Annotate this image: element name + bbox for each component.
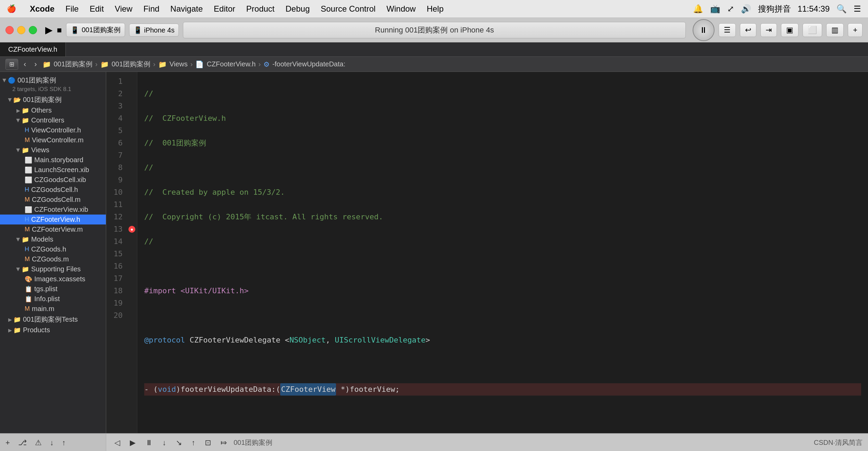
sidebar-item-czgoods-m[interactable]: M CZGoods.m	[0, 254, 106, 264]
sidebar-item-main-group[interactable]: ▶ 📂 001团购案例	[0, 94, 106, 105]
editor-layout-split-v[interactable]: ⬜	[803, 23, 822, 37]
line-13-void: void	[158, 383, 176, 396]
sound-icon[interactable]: 🔊	[741, 4, 751, 14]
layout-btn-3[interactable]: ⇥	[760, 23, 777, 37]
grid-view-btn[interactable]: ⊞	[5, 59, 18, 70]
line-num-9: 9	[106, 174, 127, 186]
sidebar-item-main-m[interactable]: M main.m	[0, 304, 106, 314]
menu-view[interactable]: View	[109, 3, 138, 15]
editor-step-in[interactable]: ↘	[173, 437, 185, 449]
menu-edit[interactable]: Edit	[84, 3, 109, 15]
layout-btn-2[interactable]: ↩	[740, 23, 756, 37]
editor-nav-back[interactable]: ◁	[112, 437, 123, 449]
sidebar-item-models[interactable]: ▶ 📁 Models	[0, 234, 106, 244]
editor-debug-view[interactable]: ⊡	[202, 437, 214, 449]
sidebar-item-supporting-files[interactable]: ▶ 📁 Supporting Files	[0, 264, 106, 274]
fullscreen-button[interactable]	[29, 26, 37, 34]
line-num-2: 2	[106, 88, 127, 100]
storyboard-icon: ⬜	[25, 156, 32, 164]
sidebar-item-others[interactable]: ▶ 📁 Others	[0, 105, 106, 115]
sidebar-item-info-plist[interactable]: 📋 Info.plist	[0, 294, 106, 304]
line-num-4: 4	[106, 112, 127, 125]
upload-btn[interactable]: ↑	[59, 437, 69, 449]
editor-layout-single[interactable]: ▣	[781, 23, 798, 37]
menu-debug[interactable]: Debug	[280, 3, 315, 15]
menu-xcode[interactable]: Xcode	[24, 3, 60, 15]
menu-source-control[interactable]: Source Control	[315, 3, 381, 15]
menu-help[interactable]: Help	[421, 3, 449, 15]
breadcrumb-part-1[interactable]: 001团购案例	[54, 60, 92, 69]
add-tab-btn[interactable]: +	[848, 23, 863, 37]
error-dot-13[interactable]: ●	[128, 226, 135, 233]
tab-bar: CZFooterView.h	[0, 42, 868, 57]
toolbar: ▶ ■ 📱 001团购案例 📱 iPhone 4s Running 001团购案…	[0, 18, 868, 42]
menu-find[interactable]: Find	[138, 3, 165, 15]
screen-icon[interactable]: 📺	[710, 4, 720, 14]
sidebar-project-root[interactable]: ▶ 🔵 001团购案例	[0, 75, 106, 86]
editor-play[interactable]: ▶	[127, 437, 138, 449]
editor-layout-split-h[interactable]: ▥	[826, 23, 844, 37]
sidebar-item-viewcontroller-h[interactable]: H ViewController.h	[0, 125, 106, 135]
nav-back-btn[interactable]: ‹	[21, 59, 29, 69]
device-icon: 📱	[134, 26, 142, 34]
sidebar-item-czfooterview-xib[interactable]: ⬜ CZFooterView.xib	[0, 205, 106, 215]
group-label: 001团购案例	[23, 95, 62, 104]
stop-button[interactable]: ■	[57, 25, 62, 35]
editor-step-over[interactable]: ↓	[160, 437, 169, 449]
breadcrumb-part-5[interactable]: -footerViewUpdateData:	[272, 60, 345, 68]
sidebar-item-viewcontroller-m[interactable]: M ViewController.m	[0, 135, 106, 145]
sidebar-item-czfooterview-h[interactable]: H CZFooterView.h	[0, 215, 106, 224]
run-button[interactable]: ▶	[45, 24, 53, 36]
sidebar-item-controllers[interactable]: ▶ 📁 Controllers	[0, 115, 106, 125]
sidebar-item-images[interactable]: 🎨 Images.xcassets	[0, 274, 106, 284]
add-file-btn[interactable]: +	[3, 437, 13, 449]
sidebar-item-main-storyboard[interactable]: ⬜ Main.storyboard	[0, 155, 106, 165]
layout-btn-1[interactable]: ☰	[719, 23, 736, 37]
list-icon[interactable]: ☰	[854, 4, 861, 14]
pause-button[interactable]: ⏸	[693, 19, 715, 41]
breadcrumb-part-4[interactable]: CZFooterView.h	[207, 60, 256, 68]
close-button[interactable]	[5, 26, 14, 34]
device-selector[interactable]: 📱 iPhone 4s	[129, 24, 179, 37]
scheme-selector[interactable]: 📱 001团购案例	[66, 23, 125, 37]
minimize-button[interactable]	[17, 26, 25, 34]
tab-czfooterview-h[interactable]: CZFooterView.h	[0, 42, 66, 56]
breadcrumb-part-3[interactable]: Views	[170, 60, 188, 68]
menu-navigate[interactable]: Navigate	[165, 3, 208, 15]
breadcrumb-sep-4: ›	[258, 60, 261, 68]
sidebar-item-views[interactable]: ▶ 📁 Views	[0, 145, 106, 155]
editor-area[interactable]: 1 2 3 4 5	[106, 72, 868, 433]
sidebar-item-czgoods-h[interactable]: H CZGoods.h	[0, 244, 106, 254]
search-icon[interactable]: 🔍	[836, 4, 847, 14]
sidebar-item-products[interactable]: ▶ 📁 Products	[0, 325, 106, 335]
project-icon: 📁	[42, 60, 51, 68]
sidebar-item-czgoodscell-m[interactable]: M CZGoodsCell.m	[0, 195, 106, 205]
menu-editor[interactable]: Editor	[208, 3, 241, 15]
sidebar-item-czfooterview-m[interactable]: M CZFooterView.m	[0, 224, 106, 234]
sidebar-item-tgs-plist[interactable]: 📋 tgs.plist	[0, 284, 106, 294]
sidebar-item-czgoodscell-h[interactable]: H CZGoodsCell.h	[0, 185, 106, 195]
editor-pause2[interactable]: ⏸	[142, 437, 156, 449]
device-name: iPhone 4s	[144, 26, 174, 34]
notification-icon[interactable]: 🔔	[693, 4, 703, 14]
project-file-icon: 🔵	[8, 77, 15, 84]
download-btn[interactable]: ↓	[47, 437, 57, 449]
expand-icon[interactable]: ⤢	[727, 4, 734, 14]
branch-btn[interactable]: ⎇	[15, 437, 29, 449]
sidebar-item-czgoodscell-xib[interactable]: ⬜ CZGoodsCell.xib	[0, 175, 106, 185]
menu-window[interactable]: Window	[381, 3, 421, 15]
sidebar-item-launchscreen[interactable]: ⬜ LaunchScreen.xib	[0, 165, 106, 175]
apple-menu[interactable]: 🍎	[7, 4, 16, 13]
folder-icon: 📁	[100, 60, 109, 68]
breadcrumb-part-2[interactable]: 001团购案例	[112, 60, 150, 69]
editor-simulate[interactable]: ⤇	[218, 437, 230, 449]
warning-filter-btn[interactable]: ⚠	[32, 437, 45, 449]
nav-forward-btn[interactable]: ›	[32, 59, 39, 69]
code-content[interactable]: // // CZFooterView.h // 001团购案例 // // Cr…	[137, 72, 868, 433]
editor-step-out[interactable]: ↑	[189, 437, 198, 449]
sidebar-item-tests[interactable]: ▶ 📁 001团购案例Tests	[0, 314, 106, 325]
menu-product[interactable]: Product	[241, 3, 280, 15]
menu-file[interactable]: File	[60, 3, 84, 15]
main-m-icon: M	[25, 305, 30, 312]
line-11-delegate: UIScrollViewDelegate	[335, 334, 425, 346]
